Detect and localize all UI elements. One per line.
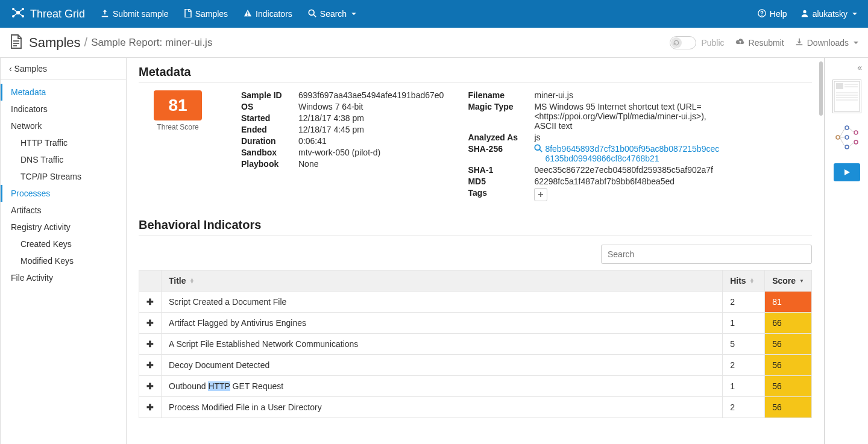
nav-search[interactable]: Search: [308, 9, 356, 19]
sidebar-item-label: Artifacts: [11, 205, 42, 215]
nav-help-label: Help: [770, 9, 787, 19]
sort-icon: ▲▼: [190, 278, 195, 284]
page-title: Samples: [29, 35, 81, 51]
bi-title-cell[interactable]: Script Created a Document File: [162, 292, 723, 313]
scrollbar-thumb[interactable]: [819, 61, 823, 116]
sidebar-item-modified-keys[interactable]: Modified Keys: [1, 252, 126, 269]
sub-header: Samples / Sample Report: miner-ui.js Pub…: [0, 28, 868, 58]
toggle-pill[interactable]: [670, 36, 696, 49]
svg-line-42: [849, 142, 854, 147]
bi-col-score[interactable]: Score▼: [765, 270, 812, 292]
chevron-down-icon: [852, 13, 857, 15]
sidebar-item-label: Created Keys: [20, 239, 72, 249]
bi-title-cell[interactable]: Decoy Document Detected: [162, 355, 723, 376]
sidebar-back[interactable]: ‹ Samples: [1, 58, 126, 80]
rail-play-button[interactable]: [834, 163, 860, 181]
sidebar-item-network[interactable]: Network: [1, 117, 126, 134]
brand[interactable]: Threat Grid: [11, 5, 85, 23]
top-nav: Threat Grid Submit sample Samples Indica…: [0, 0, 868, 28]
nav-user[interactable]: alukatsky: [800, 9, 857, 19]
upload-icon: [101, 9, 109, 19]
bi-score-cell: 56: [765, 355, 812, 376]
k-sample-id: Sample ID: [241, 90, 298, 100]
nav-help[interactable]: Help: [758, 9, 787, 19]
highlighted-text: HTTP: [208, 381, 230, 391]
nav-samples[interactable]: Samples: [184, 9, 228, 19]
bi-title-cell[interactable]: A Script File Established Network Commun…: [162, 334, 723, 355]
brand-label: Threat Grid: [30, 8, 85, 20]
v-ended: 12/18/17 4:45 pm: [298, 125, 444, 134]
sidebar-item-label: DNS Traffic: [20, 155, 63, 164]
expand-cell[interactable]: ✚: [139, 355, 162, 376]
plus-icon[interactable]: ✚: [146, 402, 154, 412]
rail-collapse-button[interactable]: «: [857, 63, 862, 72]
svg-rect-10: [247, 14, 248, 15]
rail-process-graph[interactable]: [833, 120, 861, 156]
svg-point-14: [761, 14, 762, 15]
svg-line-40: [840, 137, 845, 147]
k-ended: Ended: [241, 125, 298, 134]
threat-score-badge: 81: [154, 90, 202, 120]
k-os: OS: [241, 102, 298, 111]
downloads-button[interactable]: Downloads: [795, 37, 858, 48]
bi-title-cell[interactable]: Outbound HTTP GET Request: [162, 376, 723, 397]
v-playbook: None: [298, 159, 444, 169]
bi-hits-cell: 2: [723, 292, 765, 313]
bi-hits-cell: 2: [723, 355, 765, 376]
k-md5: MD5: [468, 177, 534, 186]
expand-cell[interactable]: ✚: [139, 313, 162, 334]
nav-submit-sample[interactable]: Submit sample: [101, 9, 169, 19]
bi-score-cell: 56: [765, 334, 812, 355]
search-icon: [534, 144, 542, 154]
svg-point-36: [854, 131, 858, 134]
bi-title-cell[interactable]: Process Modified File in a User Director…: [162, 397, 723, 418]
sidebar-item-indicators[interactable]: Indicators: [1, 101, 126, 117]
sidebar-item-tcp-ip-streams[interactable]: TCP/IP Streams: [1, 168, 126, 185]
plus-icon[interactable]: ✚: [146, 318, 154, 328]
bi-title-cell[interactable]: Artifact Flagged by Antivirus Engines: [162, 313, 723, 334]
bi-score-cell: 66: [765, 313, 812, 334]
main-content: Metadata 81 Threat Score Sample ID6993f6…: [127, 58, 825, 444]
sidebar-item-registry-activity[interactable]: Registry Activity: [1, 219, 126, 236]
v-analyzed: js: [534, 133, 721, 142]
downloads-label: Downloads: [807, 38, 849, 48]
layout: ‹ Samples MetadataIndicatorsNetworkHTTP …: [0, 58, 868, 444]
metadata-col-left: Sample ID6993f697aa43ae5494afe4191bad67e…: [241, 90, 444, 169]
brand-icon: [11, 5, 25, 23]
expand-cell[interactable]: ✚: [139, 376, 162, 397]
sidebar-item-dns-traffic[interactable]: DNS Traffic: [1, 151, 126, 168]
sidebar-item-created-keys[interactable]: Created Keys: [1, 236, 126, 252]
file-icon: [184, 9, 192, 19]
add-tag-button[interactable]: [534, 188, 547, 201]
expand-cell[interactable]: ✚: [139, 292, 162, 313]
bi-search-input[interactable]: [601, 245, 812, 264]
nav-indicators-label: Indicators: [256, 9, 292, 19]
sidebar-item-http-traffic[interactable]: HTTP Traffic: [1, 134, 126, 151]
plus-icon[interactable]: ✚: [146, 297, 154, 307]
public-toggle[interactable]: Public: [670, 36, 724, 49]
bi-col-title[interactable]: Title▲▼: [162, 270, 723, 292]
bi-col-hits[interactable]: Hits▲▼: [723, 270, 765, 292]
threat-score-label: Threat Score: [139, 123, 217, 131]
expand-cell[interactable]: ✚: [139, 397, 162, 418]
sidebar-item-processes[interactable]: Processes: [1, 185, 126, 202]
rail-report-thumbnail[interactable]: [832, 80, 861, 113]
sidebar-item-file-activity[interactable]: File Activity: [1, 269, 126, 286]
svg-point-35: [845, 145, 849, 149]
sidebar-item-artifacts[interactable]: Artifacts: [1, 202, 126, 219]
resubmit-button[interactable]: Resubmit: [735, 37, 784, 48]
sha256-link[interactable]: 8feb9645893d7cf31b005f95ac8b087215b9cec6…: [534, 144, 721, 163]
plus-icon[interactable]: ✚: [146, 381, 154, 391]
bi-col-score-label: Score: [772, 276, 796, 286]
plus-icon[interactable]: ✚: [146, 360, 154, 370]
plus-icon[interactable]: ✚: [146, 339, 154, 349]
expand-cell[interactable]: ✚: [139, 334, 162, 355]
sidebar-item-label: TCP/IP Streams: [20, 172, 81, 181]
resubmit-label: Resubmit: [749, 38, 784, 48]
bi-score-cell: 56: [765, 376, 812, 397]
chevron-down-icon: [854, 42, 858, 44]
nav-indicators[interactable]: Indicators: [244, 9, 292, 19]
bi-search-row: [139, 245, 812, 264]
help-icon: [758, 9, 766, 19]
sidebar-item-metadata[interactable]: Metadata: [1, 84, 126, 101]
